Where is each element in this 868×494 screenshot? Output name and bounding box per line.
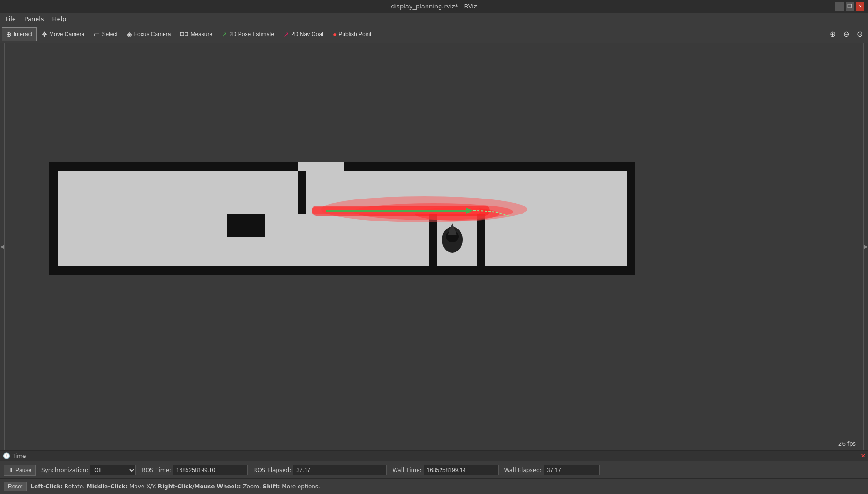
- right-panel-handle[interactable]: ▶: [863, 43, 868, 450]
- sync-group: Synchronization: Off Exact Approximate: [41, 465, 136, 475]
- menu-file[interactable]: File: [2, 14, 20, 24]
- 3d-viewport[interactable]: 26 fps: [5, 43, 863, 450]
- sync-label: Synchronization:: [41, 467, 88, 473]
- titlebar: display_planning.rviz* - RViz ─ ❐ ✕: [0, 0, 868, 13]
- pause-label: Pause: [15, 467, 31, 473]
- interact-label: Interact: [14, 31, 32, 37]
- menubar: File Panels Help: [0, 13, 868, 25]
- pose-estimate-button[interactable]: ↗ 2D Pose Estimate: [217, 27, 278, 41]
- time-panel-close-button[interactable]: ✕: [861, 452, 866, 459]
- time-panel-header-wrap: 🕐 Time ✕ ⏸ Pause Synchronization: Off Ex…: [0, 451, 868, 479]
- statusbar: Reset Left-Click: Rotate. Middle-Click: …: [0, 478, 868, 494]
- time-controls: ⏸ Pause Synchronization: Off Exact Appro…: [0, 461, 868, 479]
- ros-elapsed-input[interactable]: [293, 465, 387, 475]
- time-panel-header: 🕐 Time ✕: [0, 451, 868, 461]
- scene-visualization: [49, 162, 635, 275]
- move-camera-label: Move Camera: [49, 31, 84, 37]
- measure-icon: ⊟⊟: [180, 31, 188, 37]
- ros-elapsed-label: ROS Elapsed:: [254, 467, 291, 473]
- measure-button[interactable]: ⊟⊟ Measure: [176, 27, 217, 41]
- focus-camera-button[interactable]: ◈ Focus Camera: [123, 27, 175, 41]
- right-chevron-icon: ▶: [864, 244, 868, 249]
- sync-select[interactable]: Off Exact Approximate: [90, 465, 136, 475]
- left-chevron-icon: ◀: [0, 244, 4, 249]
- publish-point-icon: ●: [333, 30, 337, 38]
- svg-rect-11: [298, 162, 344, 171]
- status-hint: Left-Click: Rotate. Middle-Click: Move X…: [30, 483, 320, 490]
- svg-rect-2: [49, 266, 635, 275]
- clock-icon: 🕐: [3, 452, 10, 459]
- move-camera-button[interactable]: ✥ Move Camera: [37, 27, 89, 41]
- publish-point-label: Publish Point: [338, 31, 371, 37]
- svg-rect-13: [429, 214, 437, 275]
- pause-icon: ⏸: [8, 467, 14, 473]
- publish-point-button[interactable]: ● Publish Point: [329, 27, 376, 41]
- svg-rect-14: [477, 214, 485, 275]
- ros-elapsed-group: ROS Elapsed:: [254, 465, 387, 475]
- nav-goal-label: 2D Nav Goal: [291, 31, 323, 37]
- svg-rect-4: [627, 162, 635, 275]
- select-button[interactable]: ▭ Select: [90, 27, 121, 41]
- window-controls: ─ ❐ ✕: [835, 2, 864, 11]
- time-panel-title: Time: [12, 453, 26, 459]
- interact-icon: ⊕: [6, 30, 12, 38]
- time-panel: 🕐 Time ✕ ⏸ Pause Synchronization: Off Ex…: [0, 450, 868, 478]
- nav-goal-icon: ↗: [284, 30, 289, 38]
- ros-time-label: ROS Time:: [142, 467, 171, 473]
- left-panel-handle[interactable]: ◀: [0, 43, 5, 450]
- ros-time-input[interactable]: [173, 465, 248, 475]
- window-title: display_planning.rviz* - RViz: [391, 3, 477, 10]
- zoom-fit-button[interactable]: ⊙: [853, 27, 866, 41]
- wall-elapsed-label: Wall Elapsed:: [504, 467, 542, 473]
- wall-time-input[interactable]: [424, 465, 499, 475]
- focus-camera-label: Focus Camera: [134, 31, 171, 37]
- minimize-button[interactable]: ─: [835, 2, 844, 11]
- zoom-out-button[interactable]: ⊖: [840, 27, 853, 41]
- reset-button[interactable]: Reset: [4, 482, 27, 491]
- toolbar: ⊕ Interact ✥ Move Camera ▭ Select ◈ Focu…: [0, 25, 868, 43]
- nav-goal-button[interactable]: ↗ 2D Nav Goal: [279, 27, 328, 41]
- wall-elapsed-input[interactable]: [544, 465, 600, 475]
- zoom-in-button[interactable]: ⊕: [826, 27, 839, 41]
- wall-time-group: Wall Time:: [392, 465, 498, 475]
- ros-time-group: ROS Time:: [142, 465, 248, 475]
- svg-rect-0: [49, 162, 635, 275]
- fps-counter: 26 fps: [838, 441, 856, 447]
- close-button[interactable]: ✕: [856, 2, 864, 11]
- select-icon: ▭: [94, 30, 100, 38]
- restore-button[interactable]: ❐: [846, 2, 854, 11]
- svg-rect-3: [49, 162, 58, 275]
- move-camera-icon: ✥: [42, 30, 47, 38]
- menu-panels[interactable]: Panels: [21, 14, 48, 24]
- svg-rect-10: [227, 229, 265, 237]
- pose-estimate-icon: ↗: [222, 30, 227, 38]
- focus-camera-icon: ◈: [127, 30, 132, 38]
- main-content: ◀: [0, 43, 868, 450]
- pause-button[interactable]: ⏸ Pause: [4, 465, 36, 476]
- wall-time-label: Wall Time:: [392, 467, 421, 473]
- wall-elapsed-group: Wall Elapsed:: [504, 465, 600, 475]
- menu-help[interactable]: Help: [49, 14, 70, 24]
- pose-estimate-label: 2D Pose Estimate: [229, 31, 274, 37]
- interact-button[interactable]: ⊕ Interact: [2, 27, 37, 41]
- select-label: Select: [102, 31, 117, 37]
- measure-label: Measure: [190, 31, 212, 37]
